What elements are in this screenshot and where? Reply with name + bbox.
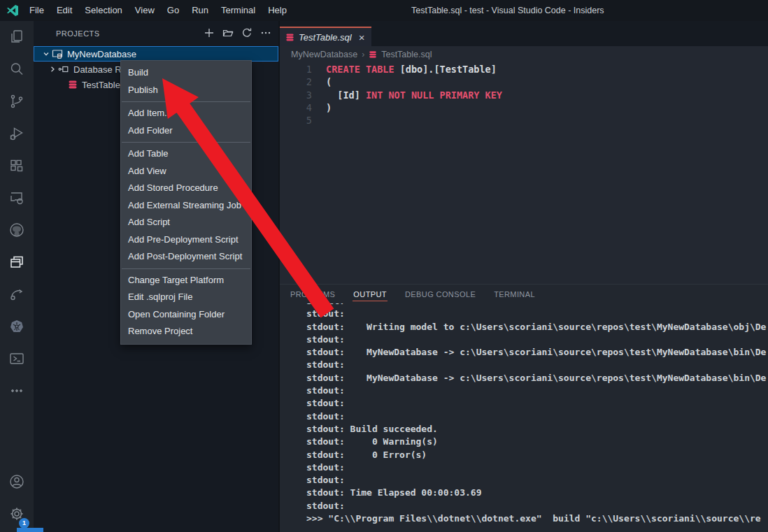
code-line: 2 ( — [280, 76, 768, 88]
activity-bar: 1 — [0, 21, 34, 532]
bottom-blue-strip — [17, 528, 43, 532]
context-menu-item[interactable]: Open Containing Folder — [121, 306, 251, 324]
output-line: stdout: Build succeeded. — [306, 423, 768, 436]
github-icon[interactable] — [0, 214, 34, 246]
titlebar: FileEditSelectionViewGoRunTerminalHelp T… — [0, 0, 768, 21]
output-line: stdout: — [306, 500, 768, 512]
settings-badge: 1 — [19, 518, 29, 529]
output-line: stdout: — [306, 461, 768, 474]
database-file-icon — [285, 33, 294, 42]
database-project-icon — [52, 49, 63, 59]
output-line: stdout: Time Elapsed 00:00:03.69 — [306, 487, 768, 499]
run-and-debug-icon[interactable] — [0, 117, 34, 150]
panel-tab[interactable]: OUTPUT — [353, 287, 387, 301]
sidebar-editor-divider[interactable] — [278, 21, 280, 532]
output-line: stdout: — [306, 384, 768, 397]
output-line: stdout: MyNewDatabase -> c:\Users\scoria… — [306, 372, 768, 384]
context-menu-item[interactable]: Add External Streaming Job — [121, 197, 251, 215]
code-line: 5 — [280, 114, 768, 127]
menubar-item[interactable]: Help — [262, 0, 293, 21]
editor-area: TestTable.sql × MyNewDatabase › TestTabl… — [280, 21, 768, 532]
context-menu-item[interactable]: Publish — [121, 82, 251, 99]
context-menu-item[interactable]: Remove Project — [121, 323, 251, 340]
breadcrumb-file[interactable]: TestTable.sql — [381, 50, 432, 59]
search-icon[interactable] — [0, 53, 34, 85]
context-menu-item[interactable]: Build — [121, 64, 251, 82]
menubar-item[interactable]: Terminal — [215, 0, 262, 21]
tab-label: TestTable.sql — [299, 32, 352, 43]
output-line: stdout: — [306, 397, 768, 410]
database-file-icon — [369, 50, 377, 59]
menubar-item[interactable]: Run — [185, 0, 215, 21]
add-project-icon[interactable] — [204, 27, 215, 38]
code-line: 3 [Id] INT NOT NULL PRIMARY KEY — [280, 89, 768, 101]
open-project-folder-icon[interactable] — [222, 27, 234, 38]
output-line: stdout: — [306, 474, 768, 487]
code-line: 4 ) — [280, 101, 768, 114]
kubernetes-icon[interactable] — [0, 310, 34, 343]
context-menu-item[interactable]: Add Item... — [121, 105, 251, 122]
line-number: 1 — [280, 63, 326, 76]
more-views-icon[interactable] — [0, 375, 34, 407]
tree-item-project[interactable]: MyNewDatabase — [34, 46, 278, 62]
context-menu-item[interactable]: Add Post-Deployment Script — [121, 248, 251, 266]
window-title: TestTable.sql - test - Visual Studio Cod… — [411, 0, 604, 21]
panel-tab[interactable]: TERMINAL — [493, 287, 536, 301]
editor-tabstrip: TestTable.sql × — [280, 21, 768, 46]
chevron-right-icon[interactable] — [47, 66, 58, 73]
sql-server-icon[interactable] — [0, 182, 34, 214]
powershell-icon[interactable] — [0, 343, 34, 375]
menu-separator — [122, 142, 250, 143]
context-menu-item[interactable]: Add Stored Procedure — [121, 180, 251, 197]
output-line: stdout: — [306, 359, 768, 371]
menu-separator — [122, 101, 250, 102]
pipelines-icon[interactable] — [0, 278, 34, 310]
explorer-icon[interactable] — [0, 21, 34, 53]
output-line: stdout: Writing model to c:\Users\scoria… — [306, 321, 768, 333]
menubar-item[interactable]: File — [23, 0, 50, 21]
projects-view-icon[interactable] — [0, 246, 34, 278]
line-number: 5 — [280, 114, 326, 127]
breadcrumb-project[interactable]: MyNewDatabase — [291, 50, 357, 59]
context-menu-item[interactable]: Add Folder — [121, 122, 251, 140]
context-menu-item[interactable]: Add Script — [121, 214, 251, 231]
output-line: stdout: — [306, 308, 768, 320]
menubar-item[interactable]: View — [129, 0, 161, 21]
tab-testtable-sql[interactable]: TestTable.sql × — [280, 27, 371, 46]
menubar-item[interactable]: Edit — [50, 0, 78, 21]
accounts-icon[interactable] — [0, 466, 34, 498]
panel-tab[interactable]: DEBUG CONSOLE — [404, 287, 476, 301]
panel-tab[interactable]: PROBLEMS — [290, 287, 336, 301]
output-line: stdout: — [306, 410, 768, 423]
source-control-icon[interactable] — [0, 85, 34, 117]
menubar: FileEditSelectionViewGoRunTerminalHelp — [23, 0, 293, 21]
refresh-icon[interactable] — [241, 27, 253, 38]
line-number: 2 — [280, 76, 326, 88]
reference-icon — [58, 64, 69, 74]
sidebar-title: PROJECTS — [56, 29, 100, 38]
context-menu-item[interactable]: Change Target Platform — [121, 272, 251, 289]
more-actions-icon[interactable] — [260, 27, 271, 38]
breadcrumb: MyNewDatabase › TestTable.sql — [280, 46, 768, 63]
context-menu-item[interactable]: Add View — [121, 163, 251, 180]
sidebar-header: PROJECTS — [34, 21, 278, 45]
tree-item-label: MyNewDatabase — [67, 49, 136, 59]
output-line: stdout: 0 Warning(s) — [306, 436, 768, 448]
vscode-insiders-logo — [6, 4, 19, 17]
panel-tabs: PROBLEMSOUTPUTDEBUG CONSOLETERMINAL — [280, 285, 768, 303]
menubar-item[interactable]: Go — [161, 0, 185, 21]
context-menu-item[interactable]: Add Pre-Deployment Script — [121, 231, 251, 249]
line-number: 3 — [280, 89, 326, 101]
context-menu-item[interactable]: Edit .sqlproj File — [121, 289, 251, 306]
code-editor[interactable]: 1 CREATE TABLE [dbo].[TestTable] 2 ( 3 [… — [280, 63, 768, 127]
menubar-item[interactable]: Selection — [78, 0, 128, 21]
output-console[interactable]: stdout:stdout:stdout: Writing model to c… — [280, 303, 768, 532]
settings-gear-icon[interactable]: 1 — [0, 498, 34, 530]
menu-separator — [122, 268, 250, 269]
database-table-icon — [68, 80, 78, 89]
context-menu-item[interactable]: Add Table — [121, 145, 251, 163]
extensions-icon[interactable] — [0, 150, 34, 182]
chevron-down-icon[interactable] — [41, 50, 52, 57]
tab-close-icon[interactable]: × — [359, 32, 365, 43]
output-line: stdout: — [306, 333, 768, 346]
